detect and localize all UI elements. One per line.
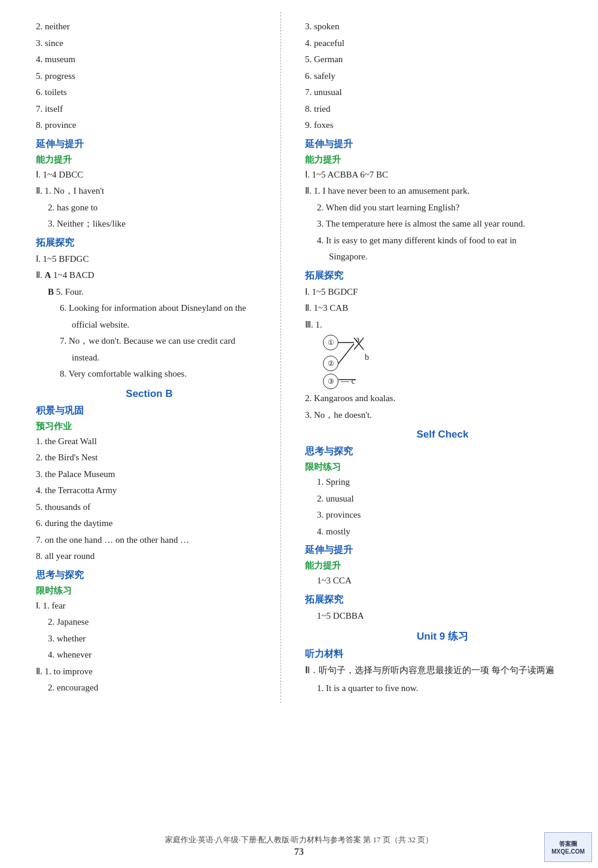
list-item: 6. toilets bbox=[36, 85, 263, 100]
jijing-title: 积景与巩固 bbox=[36, 405, 263, 417]
list-item: 6. safely bbox=[305, 69, 580, 84]
right-ability2-item: 1~3 CCA bbox=[317, 573, 580, 589]
right-expand-item: Ⅲ. 1. bbox=[305, 317, 580, 333]
right-ability-item: Ⅰ. 1~5 ACBBA 6~7 BC bbox=[305, 167, 580, 183]
right-ability-item: Ⅱ. 1. I have never been to an amusement … bbox=[305, 184, 580, 199]
svg-line-3 bbox=[338, 344, 354, 363]
circle-2: ② bbox=[323, 356, 338, 371]
expand-item: B 5. Four. bbox=[48, 285, 263, 300]
expand-item: Ⅰ. 1~5 BFDGC bbox=[36, 252, 263, 267]
limit-item: Ⅱ. 1. to improve bbox=[36, 664, 263, 680]
preview-item: 5. thousands of bbox=[36, 500, 263, 515]
preview-item: 1. the Great Wall bbox=[36, 434, 263, 450]
list-item: 7. unusual bbox=[305, 85, 580, 100]
preview-item: 4. the Terracotta Army bbox=[36, 483, 263, 499]
right-ability-item: Singapore. bbox=[329, 249, 580, 265]
self-check-title: Self Check bbox=[305, 429, 580, 441]
listen-desc: ⅠⅠ．听句子，选择与所听内容意思最接近的一项 每个句子读两遍 bbox=[305, 663, 580, 678]
right-initial-list: 3. spoken 4. peaceful 5. German 6. safel… bbox=[305, 19, 580, 133]
limit-item: 4. whenever bbox=[48, 647, 263, 663]
listen-item: 1. It is a quarter to five now. bbox=[317, 681, 580, 696]
right-expand2-item: 1~5 DCBBA bbox=[317, 609, 580, 624]
right-ability-title: 能力提升 bbox=[305, 154, 580, 166]
preview-item: 7. on the one hand … on the other hand … bbox=[36, 533, 263, 548]
right-limit-item: 4. mostly bbox=[317, 524, 580, 540]
expand-item: instead. bbox=[72, 350, 263, 366]
right-expand-item: Ⅰ. 1~5 BGDCF bbox=[305, 285, 580, 300]
watermark-text: 答案圈MXQE.COM bbox=[551, 840, 585, 855]
ability-item: Ⅱ. 1. No，I haven't bbox=[36, 184, 263, 199]
circle-3-row: ③ — c bbox=[323, 374, 355, 389]
initial-list: 2. neither 3. since 4. museum 5. progres… bbox=[36, 19, 263, 133]
right-limit-item: 3. provinces bbox=[317, 508, 580, 523]
right-column: 3. spoken 4. peaceful 5. German 6. safel… bbox=[281, 12, 598, 703]
ability-item: Ⅰ. 1~4 DBCC bbox=[36, 167, 263, 183]
right-ability-item: 2. When did you start learning English? bbox=[317, 200, 580, 216]
limit-item: 2. encouraged bbox=[48, 680, 263, 696]
right-ability-item: 4. It is easy to get many different kind… bbox=[317, 233, 580, 249]
limit-item: 2. Japanese bbox=[48, 615, 263, 630]
ability-title: 能力提升 bbox=[36, 154, 263, 166]
preview-item: 2. the Bird's Nest bbox=[36, 450, 263, 466]
ability-item: 3. Neither；likes/like bbox=[48, 216, 263, 232]
footer-text: 家庭作业·英语·八年级·下册·配人教版·听力材料与参考答案 第 17 页（共 3… bbox=[0, 835, 598, 845]
list-item: 4. museum bbox=[36, 52, 263, 68]
list-item: 3. spoken bbox=[305, 19, 580, 35]
list-item: 4. peaceful bbox=[305, 36, 580, 51]
expand-item: 8. Very comfortable walking shoes. bbox=[60, 366, 263, 382]
right-expand-more: 3. No，he doesn't. bbox=[305, 408, 580, 423]
limit-item: 3. whether bbox=[48, 631, 263, 647]
right-extend-title: 延伸与提升 bbox=[305, 138, 580, 151]
expand-item: Ⅱ. A 1~4 BACD bbox=[36, 268, 263, 283]
right-expand-more: 2. Kangaroos and koalas. bbox=[305, 391, 580, 407]
unit9-title: Unit 9 练习 bbox=[305, 629, 580, 643]
list-item: 5. progress bbox=[36, 69, 263, 84]
list-item: 7. itself bbox=[36, 102, 263, 117]
diagram: ① a ② b bbox=[323, 335, 419, 389]
footer-page: 73 bbox=[0, 846, 598, 857]
limit-title: 限时练习 bbox=[36, 585, 263, 597]
page-container: 2. neither 3. since 4. museum 5. progres… bbox=[0, 0, 598, 868]
footer: 家庭作业·英语·八年级·下册·配人教版·听力材料与参考答案 第 17 页（共 3… bbox=[0, 835, 598, 857]
right-limit-title: 限时练习 bbox=[305, 461, 580, 473]
ability-item: 2. has gone to bbox=[48, 200, 263, 216]
list-item: 2. neither bbox=[36, 19, 263, 35]
preview-item: 6. during the daytime bbox=[36, 516, 263, 531]
listen-title: 听力材料 bbox=[305, 648, 580, 661]
list-item: 8. tried bbox=[305, 102, 580, 117]
expand-item: official website. bbox=[72, 317, 263, 333]
expand-title: 拓展探究 bbox=[36, 237, 263, 249]
circle-3: ③ bbox=[323, 374, 338, 389]
limit-item: Ⅰ. 1. fear bbox=[36, 598, 263, 614]
right-limit-item: 2. unusual bbox=[317, 491, 580, 507]
right-ability-item: 3. The temperature here is almost the sa… bbox=[317, 216, 580, 232]
right-extend2-title: 延伸与提升 bbox=[305, 544, 580, 557]
extend-title: 延伸与提升 bbox=[36, 138, 263, 151]
b-label: b bbox=[365, 353, 369, 362]
preview-title: 预习作业 bbox=[36, 421, 263, 432]
expand-item: 7. No，we don't. Because we can use credi… bbox=[60, 334, 263, 349]
list-item: 5. German bbox=[305, 52, 580, 68]
list-item: 3. since bbox=[36, 36, 263, 51]
preview-item: 8. all year round bbox=[36, 549, 263, 564]
list-item: 9. foxes bbox=[305, 118, 580, 133]
section-b-title: Section B bbox=[36, 388, 263, 400]
watermark: 答案圈MXQE.COM bbox=[544, 832, 592, 862]
right-think-title: 思考与探究 bbox=[305, 445, 580, 458]
right-expand-title: 拓展探究 bbox=[305, 270, 580, 282]
dash-c: — c bbox=[341, 377, 355, 386]
think-title: 思考与探究 bbox=[36, 569, 263, 582]
right-expand2-title: 拓展探究 bbox=[305, 594, 580, 606]
two-column-layout: 2. neither 3. since 4. museum 5. progres… bbox=[0, 12, 598, 703]
left-column: 2. neither 3. since 4. museum 5. progres… bbox=[0, 12, 281, 703]
right-ability2-title: 能力提升 bbox=[305, 560, 580, 571]
expand-item: 6. Looking for information about Disneyl… bbox=[60, 301, 263, 316]
right-expand-item: Ⅱ. 1~3 CAB bbox=[305, 301, 580, 316]
list-item: 8. province bbox=[36, 118, 263, 133]
preview-item: 3. the Palace Museum bbox=[36, 467, 263, 482]
right-limit-item: 1. Spring bbox=[317, 475, 580, 490]
